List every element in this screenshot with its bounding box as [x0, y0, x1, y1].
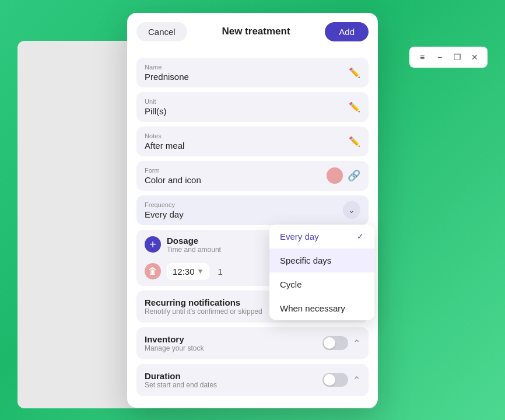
time-chevron-icon: ▼ — [197, 267, 204, 275]
form-label: Form — [145, 167, 327, 174]
name-value: Prednisone — [145, 72, 349, 82]
check-icon: ✓ — [357, 232, 364, 241]
duration-toggle[interactable] — [322, 373, 348, 387]
duration-chevron-icon[interactable]: ⌃ — [353, 374, 360, 386]
notes-field-content: Notes After meal — [145, 132, 349, 150]
inventory-subtitle: Manage your stock — [145, 344, 204, 352]
name-label: Name — [145, 64, 349, 71]
link-icon[interactable]: 🔗 — [348, 169, 360, 182]
name-field-content: Name Prednisone — [145, 64, 349, 82]
name-edit-icon[interactable]: ✏️ — [349, 67, 360, 78]
recurring-title: Recurring notifications — [145, 298, 262, 307]
inventory-left: Inventory Manage your stock — [145, 334, 204, 352]
unit-edit-icon[interactable]: ✏️ — [349, 102, 360, 113]
time-value: 12:30 — [173, 267, 195, 276]
duration-title: Duration — [145, 371, 217, 381]
duration-row: Duration Set start and end dates ⌃ — [136, 364, 369, 396]
dropdown-item-everyday[interactable]: Every day ✓ — [269, 225, 374, 249]
unit-value: Pill(s) — [145, 106, 349, 116]
add-dosage-button[interactable]: + — [145, 236, 161, 253]
color-picker-button[interactable] — [327, 167, 343, 184]
modal-overlay: Cancel New treatment Add Name Prednisone… — [0, 0, 505, 420]
dropdown-item-whennecessary-label: When necessary — [280, 303, 345, 313]
unit-field-content: Unit Pill(s) — [145, 98, 349, 116]
modal-body: Name Prednisone ✏️ Unit Pill(s) ✏️ Notes… — [127, 51, 378, 408]
form-field: Form Color and icon 🔗 — [136, 161, 369, 191]
frequency-content: Frequency Every day — [145, 201, 343, 219]
dropdown-item-whennecessary[interactable]: When necessary — [269, 296, 374, 320]
notes-label: Notes — [145, 132, 349, 139]
new-treatment-modal: Cancel New treatment Add Name Prednisone… — [127, 13, 378, 408]
unit-field: Unit Pill(s) ✏️ — [136, 92, 369, 122]
frequency-field: Frequency Every day ⌄ Every day ✓ Specif… — [136, 195, 369, 225]
duration-left: Duration Set start and end dates — [145, 371, 217, 389]
notes-edit-icon[interactable]: ✏️ — [349, 136, 360, 147]
recurring-left: Recurring notifications Renotify until i… — [145, 298, 262, 316]
dropdown-item-cycle-label: Cycle — [280, 279, 302, 289]
delete-dosage-button[interactable]: 🗑 — [145, 263, 161, 279]
duration-right: ⌃ — [322, 373, 360, 387]
inventory-right: ⌃ — [322, 336, 360, 350]
dropdown-item-specificdays[interactable]: Specific days — [269, 249, 374, 272]
dosage-amount: 1 — [218, 267, 222, 276]
duration-subtitle: Set start and end dates — [145, 381, 217, 389]
name-field: Name Prednisone ✏️ — [136, 58, 369, 88]
dropdown-item-cycle[interactable]: Cycle — [269, 272, 374, 296]
form-field-content: Form Color and icon — [145, 167, 327, 185]
dosage-info: Dosage Time and amount — [167, 236, 221, 254]
frequency-dropdown: Every day ✓ Specific days Cycle When nec… — [269, 225, 374, 320]
cancel-button[interactable]: Cancel — [136, 22, 187, 41]
dropdown-item-specificdays-label: Specific days — [280, 256, 331, 265]
form-value: Color and icon — [145, 175, 327, 185]
modal-title: New treatment — [187, 26, 325, 37]
notes-value: After meal — [145, 141, 349, 150]
recurring-subtitle: Renotify until it's confirmed or skipped — [145, 307, 262, 316]
inventory-chevron-icon[interactable]: ⌃ — [353, 338, 360, 349]
modal-header: Cancel New treatment Add — [127, 13, 378, 51]
unit-label: Unit — [145, 98, 349, 105]
dosage-subtitle: Time and amount — [167, 246, 221, 254]
dosage-title: Dosage — [167, 236, 221, 246]
inventory-title: Inventory — [145, 334, 204, 344]
inventory-toggle[interactable] — [322, 336, 348, 350]
dropdown-item-everyday-label: Every day — [280, 232, 319, 242]
frequency-label: Frequency — [145, 201, 343, 208]
add-button[interactable]: Add — [325, 22, 369, 41]
inventory-row: Inventory Manage your stock ⌃ — [136, 327, 369, 359]
frequency-value: Every day — [145, 209, 343, 219]
time-selector[interactable]: 12:30 ▼ — [167, 263, 209, 280]
notes-field: Notes After meal ✏️ — [136, 127, 369, 156]
form-icons: 🔗 — [327, 167, 360, 184]
frequency-chevron-button[interactable]: ⌄ — [343, 201, 360, 219]
